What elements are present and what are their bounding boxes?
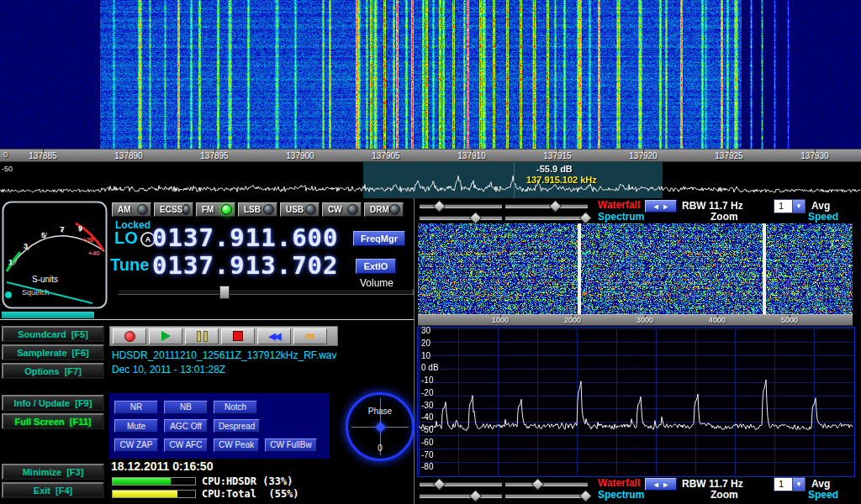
function-button[interactable]: Exit [F4] [2,482,104,498]
mode-button[interactable]: DRM [364,202,404,217]
rf-frequency-tick-label: 1000 [464,315,536,325]
s-meter[interactable]: 1 3 5 7 9 +20 +40 S-units Squelch [2,201,108,309]
record-button[interactable] [113,328,146,344]
stop-button[interactable] [221,328,255,344]
dsp-button[interactable]: Mute [114,419,158,433]
frequency-tick-label: 137905 [343,150,429,161]
mode-button[interactable]: AM [112,202,151,217]
zoom-label: Zoom [710,211,738,223]
function-button[interactable]: Soundcard [F5] [2,326,104,342]
dsp-button[interactable]: Notch [214,401,257,414]
dsp-button[interactable]: NB [164,401,208,414]
slider-thumb-icon[interactable] [531,478,545,491]
mode-led-icon [389,204,400,215]
tune-frequency-display[interactable]: 0137.913.702 [152,251,339,280]
function-button[interactable]: Full Screen [F11] [2,413,104,429]
spectrum-min-slider[interactable] [420,494,502,498]
phase-indicator[interactable]: Phase 0 [346,392,415,461]
main-spectrum-display[interactable] [0,162,861,198]
freqmgr-button[interactable]: FreqMgr [353,231,405,246]
slider-thumb-icon[interactable] [579,490,593,503]
loop-button[interactable]: ∞ [293,328,327,344]
squelch-knob[interactable] [5,291,12,298]
volume-slider-thumb[interactable] [219,286,230,299]
pause-button[interactable] [185,328,219,344]
avg-select[interactable]: 1 ▼ [774,199,806,213]
mode-button[interactable]: ECSS [154,202,193,217]
function-button[interactable]: Info / Update [F9] [2,395,104,411]
meter-tick: 5 [41,231,45,239]
cpu-hdsdr-row: CPU:HDSDR (33%) [112,476,293,486]
spectrum-axis-zero: 0 [3,150,8,159]
spectrum-min-slider[interactable] [420,216,502,220]
frequency-tick-label: 137895 [172,150,257,161]
slider-thumb-icon[interactable] [432,478,446,491]
window-button-group: Minimize [F3] Exit [F4] [2,464,104,498]
slider-thumb-icon[interactable] [579,212,593,225]
pan-arrows-button[interactable]: ◄ ► [645,200,677,213]
dsp-button[interactable]: CW Peak [214,438,259,452]
dsp-button[interactable]: CW AFC [164,438,208,452]
playback-filename: HDSDR_20111210_125611Z_137912kHz_RF.wav [112,349,337,361]
mode-button[interactable]: LSB [238,202,277,217]
phase-center-icon [375,422,386,433]
panel-divider-horizontal [0,319,414,320]
main-waterfall-display[interactable] [0,0,861,149]
mode-led-icon [137,204,148,215]
mode-button-row: AM ECSS FM LSB USB C [112,202,404,217]
transport-bar: ◀◀ ∞ [109,326,338,346]
dsp-button[interactable]: NR [114,401,158,414]
lo-frequency-display[interactable]: 0137.911.600 [152,223,339,252]
avg-select[interactable]: 1 ▼ [774,477,806,491]
slider-thumb-icon[interactable] [468,490,482,503]
chevron-down-icon[interactable]: ▼ [792,200,805,213]
phase-zero-label: 0 [348,444,412,453]
volume-label: Volume [360,277,394,289]
slider-thumb-icon[interactable] [432,200,446,213]
rf-spectrum-display[interactable] [419,328,853,475]
contrast-slider[interactable] [505,482,588,486]
dsp-button[interactable]: CW FullBw [265,438,316,452]
extio-button[interactable]: ExtIO [356,259,396,274]
cpu-hdsdr-bar [112,477,196,486]
rbw-readout: RBW 11.7 Hz [682,478,743,490]
dsp-row-1: NRNBNotch [114,401,325,414]
cursor-db-readout: -55.9 dB [536,164,573,174]
mode-button[interactable]: FM [196,202,235,217]
mode-led-icon [305,204,316,215]
stop-icon [233,331,243,341]
brightness-slider[interactable] [420,482,502,486]
spectrum-max-slider[interactable] [505,494,588,498]
mode-led-icon [182,204,190,215]
waterfall-label: Waterfall [598,477,640,489]
function-button[interactable]: Options [F7] [2,363,104,379]
cpu-total-row: CPU:Total (55%) [112,489,299,499]
function-button[interactable]: Minimize [F3] [2,464,104,480]
mode-button[interactable]: USB [280,202,320,217]
dsp-panel: NRNBNotch MuteAGC OffDespread CW ZAPCW A… [109,393,330,459]
zoom-label: Zoom [710,489,738,501]
cpu-hdsdr-label: CPU:HDSDR (33%) [202,475,293,487]
dsp-button[interactable]: AGC Off [164,419,208,433]
frequency-scale[interactable]: 137885 137890 137895 137900 137905 13791… [0,149,861,162]
function-button[interactable]: Samplerate [F6] [2,344,104,360]
play-button[interactable] [149,328,182,344]
squelch-level-bar[interactable] [2,312,94,318]
rf-waterfall-display[interactable] [418,223,853,314]
dsp-button[interactable]: Despread [214,419,260,433]
slider-thumb-icon[interactable] [549,200,563,213]
mode-button[interactable]: CW [322,202,362,217]
rewind-button[interactable]: ◀◀ [257,328,291,344]
pan-arrows-button[interactable]: ◄ ► [645,478,677,491]
slider-thumb-icon[interactable] [468,212,482,225]
brightness-slider[interactable] [420,204,502,208]
rbw-readout: RBW 11.7 Hz [682,200,743,212]
chevron-down-icon[interactable]: ▼ [792,478,805,491]
volume-slider[interactable] [118,289,414,295]
dsp-button[interactable]: CW ZAP [114,438,158,452]
mode-led-icon [347,204,358,215]
spectrum-max-slider[interactable] [505,216,588,220]
mode-led-icon [263,204,274,215]
contrast-slider[interactable] [505,204,588,208]
rf-frequency-scale[interactable]: 1000 2000 3000 4000 5000 [418,314,853,326]
